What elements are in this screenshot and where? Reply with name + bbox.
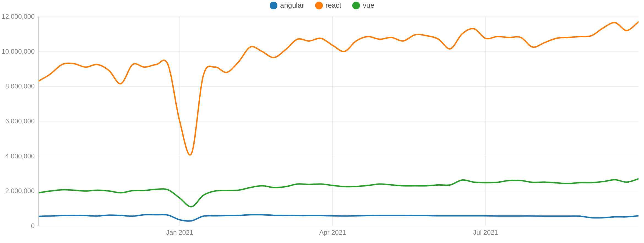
y-tick-label: 10,000,000 [2,48,35,55]
series-angular[interactable] [39,215,638,221]
x-tick-label: Jan 2021 [166,229,193,236]
y-tick-label: 12,000,000 [2,13,35,20]
y-tick-label: 2,000,000 [5,187,35,195]
swatch-vue [352,2,360,9]
legend: angular react vue [0,1,644,10]
y-tick-label: 6,000,000 [5,117,35,125]
x-tick-label: Jul 2021 [473,229,498,236]
x-axis-ticks: Jan 2021Apr 2021Jul 2021 [39,229,638,240]
y-tick-label: 8,000,000 [5,82,35,90]
legend-item-vue[interactable]: vue [352,1,374,10]
y-axis-ticks: 02,000,0004,000,0006,000,0008,000,00010,… [0,17,39,226]
plot-area [39,17,638,226]
swatch-angular [270,2,277,9]
legend-item-angular[interactable]: angular [270,1,304,10]
y-tick-label: 4,000,000 [5,152,35,160]
legend-label-vue: vue [363,1,374,10]
x-tick-label: Apr 2021 [319,229,346,236]
chart-container: angular react vue 02,000,0004,000,0006,0… [0,0,644,243]
series-vue[interactable] [39,179,638,207]
swatch-react [315,2,323,9]
y-tick-label: 0 [31,222,35,230]
legend-label-react: react [326,1,342,10]
series-react[interactable] [39,22,638,155]
legend-label-angular: angular [280,1,304,10]
legend-item-react[interactable]: react [315,1,342,10]
